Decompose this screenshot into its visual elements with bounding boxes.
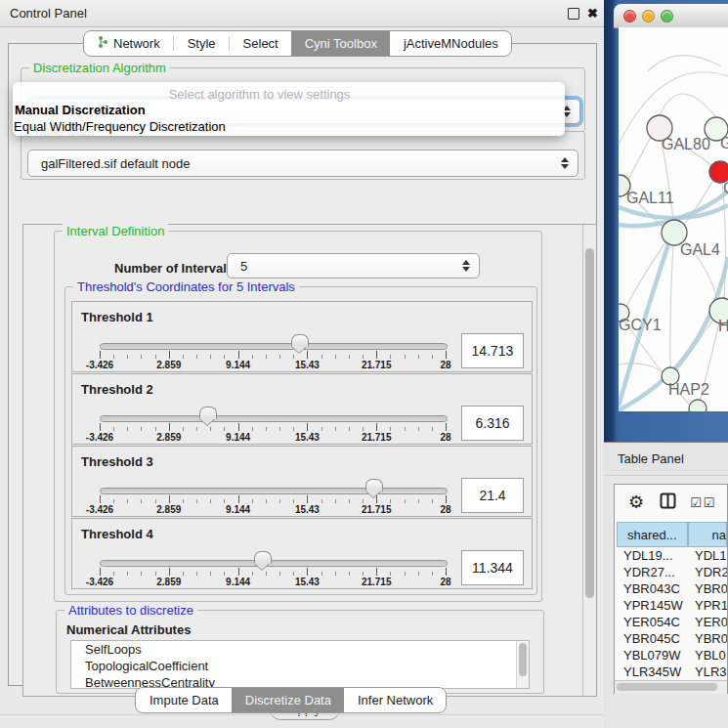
slider-track[interactable] <box>100 415 448 422</box>
scrollbar-thumb[interactable] <box>617 683 717 691</box>
tab-network[interactable]: Network <box>84 31 173 56</box>
slider-tick-labels: -3.4262.8599.14415.4321.71528 <box>100 360 446 371</box>
numerical-attributes-heading: Numerical Attributes <box>66 622 191 637</box>
threshold-panel-4: Threshold 4 -3.4262.8599.14415.4321.7152… <box>71 518 533 589</box>
number-of-intervals-label: Number of Intervals <box>114 261 234 276</box>
zoom-traffic-light[interactable] <box>661 10 673 22</box>
columns-icon[interactable] <box>660 492 676 513</box>
tab-discretize-data[interactable]: Discretize Data <box>232 688 344 712</box>
attributes-group-label: Attributes to discretize <box>64 603 197 618</box>
network-canvas[interactable]: GAL80GACGAL11GAL4GCY1HAHAP2 <box>619 27 728 411</box>
table-panel-titlebar: Table Panel <box>604 442 728 476</box>
table-row[interactable]: YBR045CYBR0 <box>617 630 727 647</box>
cyni-mode-tabs: Impute Data Discretize Data Infer Networ… <box>135 687 447 713</box>
number-of-intervals-combo[interactable]: 5 <box>227 253 480 278</box>
thresholds-group-label: Threshold's Coordinates for 5 Intervals <box>73 279 299 294</box>
bottom-divider <box>0 714 604 715</box>
attribute-item[interactable]: SelfLoops <box>71 641 517 658</box>
numerical-attributes-list[interactable]: SelfLoopsTopologicalCoefficientBetweenne… <box>70 640 530 689</box>
interval-definition-group: Interval Definition Number of Intervals … <box>54 231 542 602</box>
table-data-group: Table Data galFiltered.sif default node <box>21 131 585 180</box>
network-edge[interactable] <box>660 94 716 117</box>
table-row[interactable]: YPR145WYPR1 <box>617 597 727 614</box>
algorithm-option-manual[interactable]: Manual Discretization <box>15 103 146 117</box>
tab-cyni-toolbox[interactable]: Cyni Toolbox <box>291 31 390 56</box>
network-edge[interactable] <box>628 137 651 180</box>
close-icon[interactable]: ✖ <box>587 7 598 20</box>
slider-ticks <box>100 423 446 432</box>
settings-scroll-panel: Interval Definition Number of Intervals … <box>22 224 597 697</box>
threshold-3-value-field[interactable]: 21.4 <box>461 478 524 513</box>
network-edge[interactable] <box>670 245 673 367</box>
control-panel-titlebar: Control Panel ✖ <box>0 0 604 27</box>
threshold-2-slider[interactable]: -3.4262.8599.14415.4321.71528 <box>100 374 446 444</box>
node-label: GCY1 <box>619 317 662 333</box>
tab-jactivemnodules[interactable]: jActiveMNodules <box>390 31 511 56</box>
vertical-scrollbar[interactable] <box>582 225 596 696</box>
network-edge[interactable] <box>662 141 673 220</box>
network-node[interactable] <box>689 400 707 411</box>
table-row[interactable]: YER054CYER0 <box>617 614 727 630</box>
horizontal-scrollbar[interactable] <box>615 680 727 694</box>
threshold-4-value-field[interactable]: 11.344 <box>461 550 524 585</box>
threshold-1-value-field[interactable]: 14.713 <box>461 333 524 368</box>
threshold-panel-2: Threshold 2 -3.4262.8599.14415.4321.7152… <box>71 373 533 445</box>
slider-thumb[interactable] <box>291 334 309 347</box>
scrollbar-thumb[interactable] <box>519 643 527 676</box>
app-root: Control Panel ✖ Network Style Select Cyn… <box>0 0 728 728</box>
network-window-titlebar[interactable] <box>614 4 728 28</box>
slider-thumb[interactable] <box>365 479 383 492</box>
threshold-3-slider[interactable]: -3.4262.8599.14415.4321.71528 <box>100 447 446 516</box>
threshold-panel-1: Threshold 1 -3.4262.8599.14415.4321.7152… <box>71 301 533 372</box>
scrollbar-thumb[interactable] <box>585 248 594 598</box>
slider-thumb[interactable] <box>254 551 272 564</box>
threshold-1-slider[interactable]: -3.4262.8599.14415.4321.71528 <box>100 302 446 371</box>
threshold-2-value-field[interactable]: 6.316 <box>461 406 524 441</box>
cyni-toolbox-panel: Discretization Algorithm Table Data galF… <box>8 43 597 686</box>
intervals-value: 5 <box>240 259 247 274</box>
interval-definition-label: Interval Definition <box>63 224 168 238</box>
combo-arrows-icon <box>561 157 569 169</box>
select-columns-checkboxes[interactable]: ☑☑ <box>690 495 716 510</box>
algorithm-prompt: Select algorithm to view settings <box>13 87 506 102</box>
node-label: GAL11 <box>626 190 674 206</box>
slider-thumb[interactable] <box>199 407 217 419</box>
combo-arrows-icon <box>462 260 470 272</box>
table-row[interactable]: YLR345WYLR3 <box>617 664 727 680</box>
panel-title: Control Panel <box>10 6 87 21</box>
column-header-name[interactable]: na <box>688 522 727 547</box>
table-row[interactable]: YDR27...YDR2 <box>617 564 727 580</box>
list-scrollbar[interactable] <box>516 641 529 688</box>
node-label: HA <box>718 318 728 334</box>
slider-track[interactable] <box>100 343 448 350</box>
tab-infer-network[interactable]: Infer Network <box>344 688 446 712</box>
node-label: HAP2 <box>668 381 709 398</box>
slider-track[interactable] <box>100 488 448 494</box>
attribute-item[interactable]: TopologicalCoefficient <box>71 658 517 674</box>
slider-track[interactable] <box>100 560 448 567</box>
network-edge[interactable] <box>648 56 721 71</box>
table-data-combo[interactable]: galFiltered.sif default node <box>27 150 578 177</box>
algorithm-dropdown-popup: Select algorithm to view settings Manual… <box>13 82 565 136</box>
slider-ticks <box>100 568 446 577</box>
network-window: GAL80GACGAL11GAL4GCY1HAHAP2 <box>604 0 728 442</box>
minimize-traffic-light[interactable] <box>642 10 655 22</box>
right-panel: GAL80GACGAL11GAL4GCY1HAHAP2 Table Panel … <box>604 0 728 728</box>
tab-select[interactable]: Select <box>230 31 291 56</box>
close-traffic-light[interactable] <box>623 10 636 22</box>
table-row[interactable]: YDL19...YDL1 <box>617 547 727 564</box>
table-panel-title: Table Panel <box>618 451 684 466</box>
gear-icon[interactable]: ⚙ <box>628 492 644 513</box>
column-header-shared-name[interactable]: shared... <box>617 522 688 547</box>
network-edge[interactable] <box>619 205 728 218</box>
table-row[interactable]: YBL079WYBL0 <box>617 647 727 664</box>
tab-impute-data[interactable]: Impute Data <box>136 688 232 712</box>
tab-style[interactable]: Style <box>174 31 229 56</box>
algorithm-option-equal-width[interactable]: Equal Width/Frequency Discretization <box>14 119 226 134</box>
slider-tick-labels: -3.4262.8599.14415.4321.71528 <box>100 504 446 516</box>
float-window-icon[interactable] <box>568 8 579 20</box>
table-row[interactable]: YBR043CYBR0 <box>617 580 727 597</box>
network-tree-icon <box>98 35 108 52</box>
node-label: GAL4 <box>680 241 720 258</box>
threshold-4-slider[interactable]: -3.4262.8599.14415.4321.71528 <box>100 519 446 588</box>
